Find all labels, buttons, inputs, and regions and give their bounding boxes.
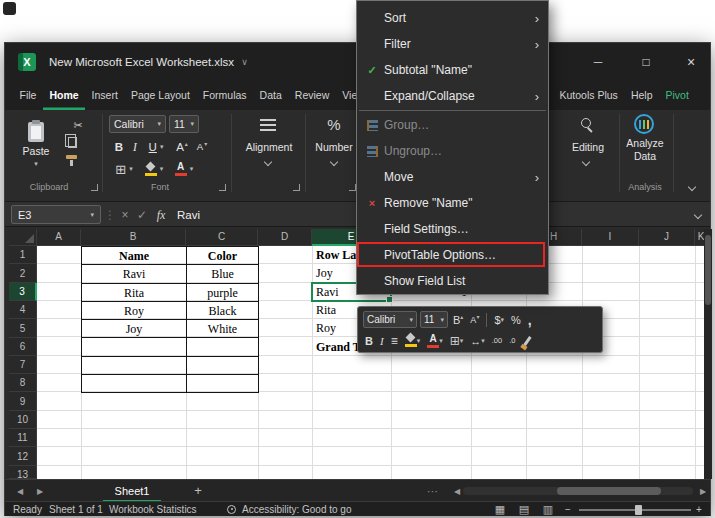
hscroll-right-icon[interactable]: ▶	[697, 480, 709, 502]
tab-kutools-plus[interactable]: Kutools Plus	[553, 81, 624, 110]
vertical-scrollbar[interactable]	[704, 229, 712, 479]
zoom-slider-handle[interactable]	[635, 505, 642, 515]
row-header-4[interactable]: 4	[9, 301, 37, 319]
minimize-button[interactable]: ─	[577, 43, 619, 81]
menu-item-expand-collapse[interactable]: Expand/Collapse ›	[357, 83, 548, 109]
cell-b3[interactable]: Rita	[82, 284, 187, 302]
hscroll-left-icon[interactable]: ◀	[451, 480, 463, 502]
row-header-5[interactable]: 5	[9, 319, 37, 338]
row-header-7[interactable]: 7	[9, 356, 37, 374]
sheet-tab-sheet1[interactable]: Sheet1	[103, 480, 161, 502]
cell-b4[interactable]: Roy	[82, 302, 187, 320]
cell-c4[interactable]: Black	[187, 302, 259, 320]
accessibility-status-button[interactable]: Accessibility: Good to go	[242, 502, 352, 517]
formula-input[interactable]: Ravi	[177, 202, 200, 228]
cell-c3[interactable]: purple	[187, 284, 259, 302]
alignment-chevron-down-icon[interactable]	[264, 158, 272, 166]
mini-center-align-button[interactable]: ≡	[389, 332, 400, 349]
mini-fill-color-button[interactable]: ▾	[403, 332, 423, 349]
column-header-j[interactable]: J	[639, 229, 695, 246]
underline-button[interactable]: U▾	[143, 138, 169, 155]
mini-decrease-decimal-button[interactable]: .0	[507, 332, 517, 349]
font-dialog-launcher-icon[interactable]	[219, 184, 226, 191]
insert-function-button[interactable]: fx	[152, 202, 170, 228]
bold-button[interactable]: B	[111, 138, 127, 155]
menu-item-sort[interactable]: Sort ›	[357, 5, 548, 31]
cell-c2[interactable]: Blue	[187, 265, 259, 283]
cut-button[interactable]: ✂	[65, 117, 91, 133]
increase-font-size-button[interactable]: A▴	[173, 138, 191, 155]
row-header-1[interactable]: 1	[9, 246, 37, 264]
collapse-ribbon-chevron-icon[interactable]	[688, 183, 696, 191]
menu-item-field-settings[interactable]: Field Settings…	[357, 216, 548, 242]
alignment-group-button[interactable]: Alignment	[234, 141, 304, 153]
cell-c8[interactable]	[187, 375, 259, 393]
row-header-3[interactable]: 3	[9, 283, 37, 301]
mini-font-size-combo[interactable]: 11▾	[420, 311, 448, 328]
cell-c7[interactable]	[187, 357, 259, 375]
cell-b2[interactable]: Ravi	[82, 265, 187, 283]
row-header-10[interactable]: 10	[9, 411, 37, 429]
italic-button[interactable]: I	[129, 138, 141, 155]
editing-group-button[interactable]: Editing	[557, 141, 619, 153]
workbook-statistics-button[interactable]: Workbook Statistics	[109, 502, 197, 517]
cell-c5[interactable]: White	[187, 320, 259, 338]
mini-comma-style-button[interactable]: ,	[526, 311, 534, 328]
tab-insert[interactable]: Insert	[85, 81, 124, 110]
row-header-2[interactable]: 2	[9, 264, 37, 283]
row-header-9[interactable]: 9	[9, 392, 37, 411]
menu-item-show-field-list[interactable]: Show Field List	[357, 268, 548, 294]
column-header-a[interactable]: A	[37, 229, 81, 246]
view-page-break-button[interactable]: ▥	[540, 502, 556, 517]
mini-font-color-button[interactable]: A▾	[425, 332, 445, 349]
clipboard-dialog-launcher-icon[interactable]	[91, 184, 98, 191]
zoom-out-button[interactable]: −	[565, 502, 571, 517]
mini-bold-button[interactable]: B	[363, 332, 375, 349]
column-header-d[interactable]: D	[258, 229, 312, 246]
view-normal-button[interactable]: ▦	[492, 502, 508, 517]
editing-chevron-down-icon[interactable]	[582, 158, 590, 166]
mini-accounting-format-button[interactable]: $▾	[492, 311, 506, 328]
name-box[interactable]: E3 ▾	[11, 205, 101, 224]
tab-home[interactable]: Home	[43, 81, 85, 110]
horizontal-scrollbar-thumb[interactable]	[557, 487, 661, 495]
row-header-12[interactable]: 12	[9, 447, 37, 466]
menu-item-subtotal-name[interactable]: ✓ Subtotal "Name"	[357, 57, 548, 83]
analyze-data-button[interactable]: Analyze	[621, 137, 669, 149]
tab-page-layout[interactable]: Page Layout	[124, 81, 196, 110]
menu-item-move[interactable]: Move ›	[357, 164, 548, 190]
view-page-layout-button[interactable]: ▤	[516, 502, 532, 517]
mini-decrease-font-button[interactable]: A▾	[468, 311, 481, 328]
cancel-button[interactable]: ×	[117, 202, 133, 228]
expand-formula-bar-icon[interactable]	[694, 211, 702, 219]
cell-b1[interactable]: Name	[82, 247, 187, 265]
copy-button[interactable]	[68, 137, 77, 148]
sheet-scroll-left-icon[interactable]: ◀	[13, 480, 27, 502]
mini-italic-button[interactable]: I	[378, 332, 386, 349]
font-name-combo[interactable]: Calibri▾	[109, 115, 166, 133]
mini-percent-style-button[interactable]: %	[509, 311, 523, 328]
column-header-b[interactable]: B	[81, 229, 186, 246]
menu-item-remove-name[interactable]: × Remove "Name"	[357, 190, 548, 216]
mini-borders-button[interactable]: ⊞▾	[448, 332, 466, 349]
cell-b5[interactable]: Joy	[82, 320, 187, 338]
vertical-scrollbar-thumb[interactable]	[705, 235, 711, 305]
cell-b7[interactable]	[82, 357, 187, 375]
column-header-c[interactable]: C	[186, 229, 258, 246]
new-sheet-button[interactable]: +	[189, 480, 207, 502]
number-dialog-launcher-icon[interactable]	[349, 184, 356, 191]
sheet-scroll-right-icon[interactable]: ▶	[33, 480, 47, 502]
number-group-button[interactable]: Number	[307, 141, 361, 153]
tab-help[interactable]: Help	[624, 81, 659, 110]
mini-format-painter-button[interactable]	[520, 332, 535, 349]
column-header-i[interactable]: I	[582, 229, 639, 246]
fill-color-button[interactable]: ▾	[141, 160, 167, 178]
tab-review[interactable]: Review	[288, 81, 335, 110]
tab-file[interactable]: File	[13, 81, 43, 110]
menu-item-filter[interactable]: Filter ›	[357, 31, 548, 57]
enter-button[interactable]: ✓	[134, 202, 150, 228]
font-size-combo[interactable]: 11▾	[169, 115, 199, 133]
row-header-13[interactable]: 13	[9, 466, 37, 479]
mini-increase-decimal-button[interactable]: .00	[490, 332, 504, 349]
tab-scrollbar-splitter[interactable]: ⋯	[427, 480, 438, 502]
